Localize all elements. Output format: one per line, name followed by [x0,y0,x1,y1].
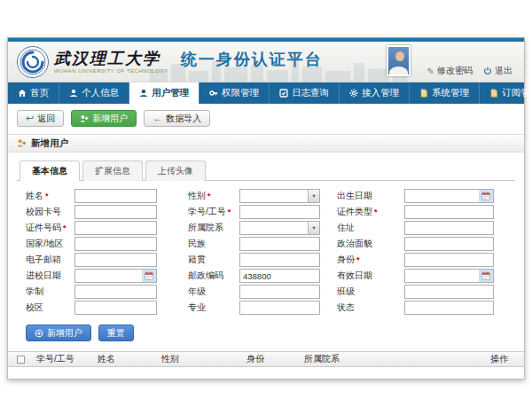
campus-label-text: 校区 [26,302,43,312]
submit-add-user-button[interactable]: 新增用户 [26,325,91,341]
header: 武汉理工大学 WUHAN UNIVERSITY OF TECHNOLOGY 统一… [8,42,524,82]
study-length-input[interactable] [74,285,157,299]
name-label: 姓名* [26,190,74,202]
native-place-input[interactable] [239,253,320,267]
back-arrow-icon: ↩ [26,113,34,123]
id-type-input[interactable] [404,205,494,219]
political-status-label-text: 政治面貌 [337,239,372,248]
study-length-label: 学制 [26,286,74,298]
table-header-name: 姓名 [94,353,158,365]
email-input[interactable] [74,253,157,267]
address-input[interactable] [404,221,494,235]
main-nav: 首页个人信息用户管理权限管理日志查询接入管理系统管理订阅管理 [8,82,524,104]
id-number-label-text: 证件号码 [26,223,61,232]
nav-item-log-query[interactable]: 日志查询 [270,82,340,104]
table-header-identity: 身份 [243,353,301,365]
id-number-label: 证件号码* [26,222,74,234]
back-button[interactable]: ↩ 返回 [17,110,64,127]
student-id-input[interactable] [239,205,320,219]
select-all-checkbox[interactable] [17,356,25,364]
valid-date-date-input[interactable] [404,269,494,283]
native-place-label-text: 籍贯 [188,254,206,264]
toolbar: ↩ 返回 新增用户 ← 数据导入 [8,104,524,135]
data-import-button[interactable]: ← 数据导入 [144,110,210,127]
reset-button-label: 重置 [107,327,125,340]
grade-label: 年级 [188,286,239,298]
select-all-cell [17,356,33,364]
grade-input[interactable] [239,285,320,299]
required-marker: * [207,192,211,200]
calendar-icon[interactable] [479,190,493,202]
key-icon [209,89,218,98]
email-label-text: 电子邮箱 [26,254,61,264]
study-length-label-text: 学制 [26,286,43,296]
dropdown-arrow-icon[interactable]: ▼ [308,190,319,202]
id-number-input[interactable] [74,221,157,235]
birth-date-label-text: 出生日期 [337,191,372,200]
change-password-link[interactable]: ✎ 修改密码 [427,65,473,77]
birth-date-date-input[interactable] [404,189,494,203]
calendar-icon[interactable] [142,270,156,282]
nav-item-home[interactable]: 首页 [8,82,59,104]
page-icon [489,89,498,98]
table-header-student-id: 学号/工号 [33,353,94,365]
major-input[interactable] [239,301,320,315]
student-id-label: 学号/工号* [188,206,239,218]
gear-icon [349,89,358,98]
nav-item-label: 系统管理 [432,87,469,99]
tab-extended-info[interactable]: 扩展信息 [82,160,143,181]
campus-card-input[interactable] [74,205,157,219]
enroll-date-date-input[interactable] [74,269,157,283]
avatar-body [389,66,408,76]
add-user-icon [80,114,89,123]
country-region-input[interactable] [74,237,157,251]
name-label-text: 姓名 [26,191,43,200]
page-icon [419,89,428,98]
political-status-input[interactable] [404,237,494,251]
new-user-form: 姓名*性别*▼出生日期校园卡号学号/工号*证件类型*证件号码*所属院系▼住址国家… [26,189,524,315]
enroll-date-label: 进校日期 [26,270,74,282]
pencil-icon: ✎ [427,66,434,76]
campus-input[interactable] [74,301,157,315]
name-input[interactable] [74,189,157,203]
nav-item-label: 用户管理 [152,87,189,99]
required-marker: * [228,207,231,216]
nav-item-system-management[interactable]: 系统管理 [410,82,480,104]
gender-select[interactable]: ▼ [239,189,320,203]
nav-item-label: 接入管理 [362,87,399,99]
reset-button[interactable]: 重置 [98,325,134,341]
birth-date-label: 出生日期 [337,190,404,202]
identity-input[interactable] [404,253,494,267]
new-user-section-icon [17,138,27,148]
form-actions: 新增用户 重置 [26,325,524,341]
nav-item-label: 订阅管理 [502,87,532,99]
tab-basic-info[interactable]: 基本信息 [20,160,80,181]
nav-item-subscription-management[interactable]: 订阅管理 [480,82,532,104]
logout-link[interactable]: 退出 [483,65,512,77]
add-user-toolbar-button[interactable]: 新增用户 [71,110,137,127]
enroll-date-label-text: 进校日期 [26,270,61,280]
status-input[interactable] [404,301,494,315]
nav-item-label: 日志查询 [292,87,329,99]
tab-upload-avatar[interactable]: 上传头像 [145,160,206,181]
class-input[interactable] [404,285,494,299]
app-window: 武汉理工大学 WUHAN UNIVERSITY OF TECHNOLOGY 统一… [7,37,525,379]
major-label-text: 专业 [188,302,206,312]
nav-item-label: 首页 [30,87,49,99]
change-password-label: 修改密码 [437,65,473,77]
nav-item-permission-management[interactable]: 权限管理 [200,82,270,104]
required-marker: * [63,223,66,232]
ethnicity-input[interactable] [239,237,320,251]
country-region-label-text: 国家/地区 [26,239,64,248]
calendar-icon[interactable] [479,270,493,282]
user-avatar[interactable] [387,45,411,76]
address-label: 住址 [337,222,404,234]
nav-item-personal-info[interactable]: 个人信息 [59,82,129,104]
nav-item-user-management[interactable]: 用户管理 [129,82,200,104]
nav-item-access-management[interactable]: 接入管理 [340,82,410,104]
department-select[interactable]: ▼ [239,221,320,235]
university-name-en: WUHAN UNIVERSITY OF TECHNOLOGY [54,68,168,74]
dropdown-arrow-icon[interactable]: ▼ [308,222,319,234]
campus-label: 校区 [26,301,74,314]
postal-code-input[interactable] [239,269,320,283]
